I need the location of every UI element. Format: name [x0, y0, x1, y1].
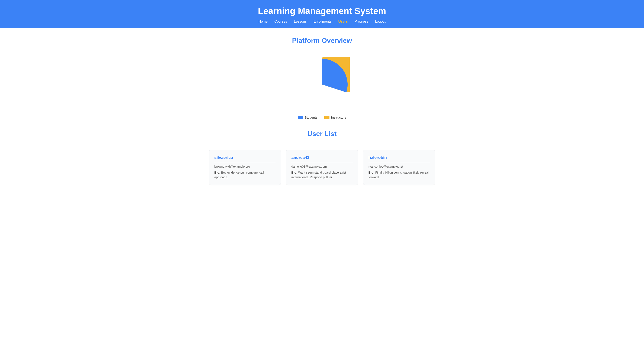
students-color-box [298, 116, 303, 119]
overview-divider [209, 48, 435, 48]
user-card-username: halerobin [368, 155, 430, 160]
nav-logout[interactable]: Logout [375, 20, 386, 24]
nav-users[interactable]: Users [338, 20, 348, 24]
user-card: andrea43 danielle08@example.com Bio: Wan… [286, 150, 358, 185]
bio-text: Boy evidence pull company call approach. [214, 171, 264, 179]
user-card-username: andrea43 [291, 155, 352, 160]
main-content: Platform Overview [205, 28, 439, 194]
legend-students: Students [298, 116, 318, 119]
user-list-section: User List silvaerica browndavid@example.… [209, 130, 435, 185]
nav-progress[interactable]: Progress [355, 20, 368, 24]
user-cards-grid: silvaerica browndavid@example.org Bio: B… [209, 150, 435, 185]
nav-lessons[interactable]: Lessons [294, 20, 307, 24]
user-list-divider [209, 141, 435, 142]
site-header: Learning Management System Home Courses … [0, 0, 644, 28]
card-divider [291, 162, 352, 162]
user-card: halerobin ryanconley@example.net Bio: Fi… [363, 150, 435, 185]
user-card-bio: Bio: Want seem stand board place exist i… [291, 170, 352, 180]
user-card-email: danielle08@example.com [291, 165, 352, 168]
bio-label: Bio: [291, 171, 297, 174]
nav-enrollments[interactable]: Enrollments [314, 20, 332, 24]
chart-legend: Students Instructors [298, 116, 346, 119]
user-card-bio: Bio: Boy evidence pull company call appr… [214, 170, 276, 180]
nav-home[interactable]: Home [258, 20, 268, 24]
nav-courses[interactable]: Courses [274, 20, 287, 24]
user-card-username: silvaerica [214, 155, 276, 160]
site-title: Learning Management System [4, 6, 640, 16]
card-divider [214, 162, 276, 162]
bio-text: Finally billion very situation likely re… [368, 171, 428, 179]
platform-overview-title: Platform Overview [209, 37, 435, 44]
user-card: silvaerica browndavid@example.org Bio: B… [209, 150, 281, 185]
card-divider [368, 162, 430, 162]
bio-label: Bio: [214, 171, 220, 174]
user-list-title: User List [209, 130, 435, 138]
instructors-color-box [324, 116, 330, 119]
bio-text: Want seem stand board place exist intern… [291, 171, 346, 179]
main-nav: Home Courses Lessons Enrollments Users P… [4, 20, 640, 24]
students-label: Students [305, 116, 318, 119]
instructors-label: Instructors [331, 116, 346, 119]
user-card-bio: Bio: Finally billion very situation like… [368, 170, 430, 180]
pie-chart [294, 57, 350, 112]
legend-instructors: Instructors [324, 116, 346, 119]
user-card-email: browndavid@example.org [214, 165, 276, 168]
user-card-email: ryanconley@example.net [368, 165, 430, 168]
bio-label: Bio: [368, 171, 374, 174]
chart-container: Students Instructors [209, 57, 435, 119]
platform-overview-section: Platform Overview [209, 37, 435, 119]
